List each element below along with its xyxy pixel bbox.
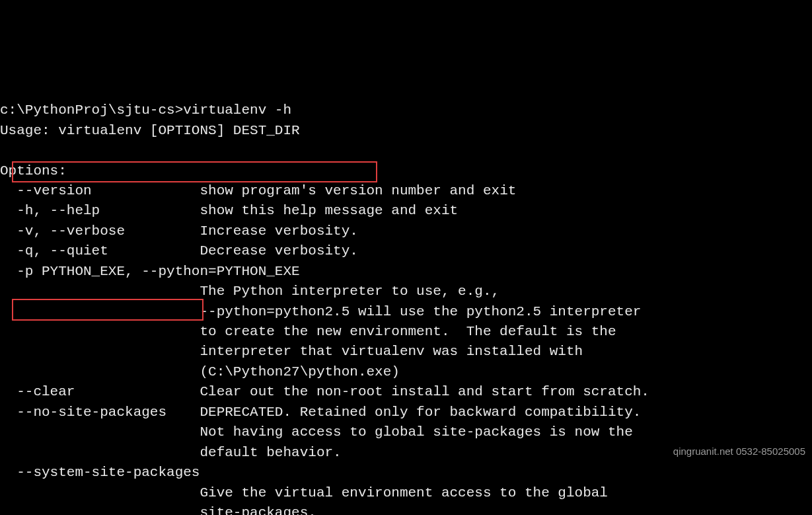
opt-nosite-desc3: default behavior.: [0, 445, 342, 460]
opt-python-desc2: --python=python2.5 will use the python2.…: [0, 304, 641, 319]
opt-clear-desc: Clear out the non-root install and start…: [200, 384, 649, 399]
options-header: Options:: [0, 163, 67, 178]
prompt-line[interactable]: c:\PythonProj\sjtu-cs>virtualenv -h: [0, 102, 291, 118]
opt-clear-flag: --clear: [0, 384, 200, 399]
opt-nosite-desc2: Not having access to global site-package…: [0, 424, 633, 440]
opt-verbose-desc: Increase verbosity.: [200, 223, 357, 239]
opt-version-desc: show program's version number and exit: [200, 183, 516, 198]
opt-python-desc1: The Python interpreter to use, e.g.,: [0, 284, 499, 299]
watermark-text: qingruanit.net 0532-85025005: [673, 444, 805, 459]
opt-syssite-desc2: site-packages.: [0, 505, 316, 515]
opt-syssite-desc1: Give the virtual environment access to t…: [0, 485, 608, 500]
usage-line: Usage: virtualenv [OPTIONS] DEST_DIR: [0, 123, 300, 138]
opt-nosite-desc1: DEPRECATED. Retained only for backward c…: [200, 405, 641, 420]
opt-python-desc4: interpreter that virtualenv was installe…: [0, 344, 583, 359]
opt-python-desc5: (C:\Python27\python.exe): [0, 364, 400, 379]
opt-help-flag: -h, --help: [0, 203, 200, 218]
opt-nosite-flag: --no-site-packages: [0, 405, 200, 420]
opt-quiet-desc: Decrease verbosity.: [200, 243, 357, 258]
opt-quiet-flag: -q, --quiet: [0, 243, 200, 258]
opt-version-flag: --version: [0, 183, 200, 198]
opt-python-desc3: to create the new environment. The defau…: [0, 324, 616, 339]
opt-verbose-flag: -v, --verbose: [0, 223, 200, 239]
opt-help-desc: show this help message and exit: [200, 203, 458, 218]
opt-python-flag: -p PYTHON_EXE, --python=PYTHON_EXE: [0, 264, 300, 279]
opt-syssite-flag: --system-site-packages: [0, 465, 200, 480]
